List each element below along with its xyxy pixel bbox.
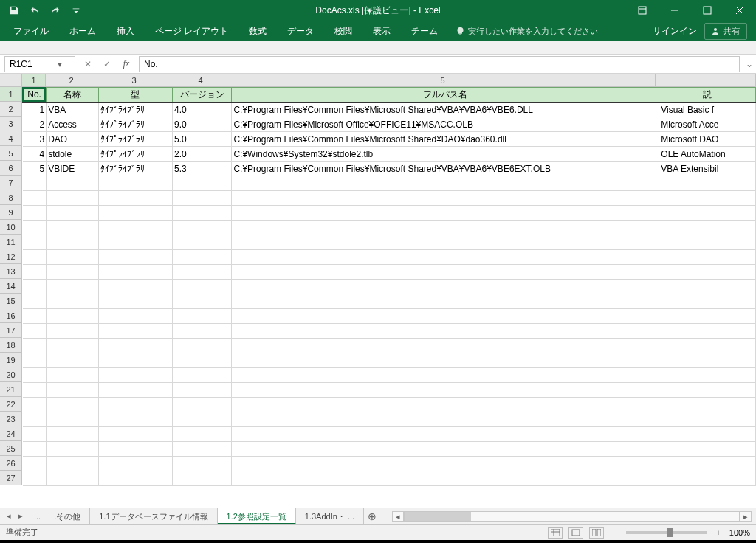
- cell[interactable]: [47, 250, 98, 265]
- cell[interactable]: 9.0: [173, 117, 232, 132]
- cell[interactable]: DAO: [47, 132, 98, 147]
- column-header[interactable]: [656, 74, 756, 86]
- cell[interactable]: [98, 398, 173, 412]
- row-header[interactable]: 8: [0, 190, 22, 205]
- redo-icon[interactable]: [46, 1, 65, 19]
- row-header[interactable]: 16: [0, 308, 22, 323]
- row-header[interactable]: 5: [0, 146, 22, 161]
- cell[interactable]: [173, 206, 232, 221]
- cell[interactable]: [23, 206, 47, 221]
- sheet-nav-next-icon[interactable]: ▸: [15, 511, 27, 521]
- cell[interactable]: [173, 427, 232, 442]
- cell[interactable]: [232, 353, 659, 368]
- formula-bar-expand-icon[interactable]: ⌄: [743, 59, 756, 69]
- cell[interactable]: [98, 309, 173, 324]
- cell[interactable]: [98, 294, 173, 309]
- cell[interactable]: [47, 324, 98, 339]
- cell[interactable]: [173, 412, 232, 427]
- new-sheet-button[interactable]: ⊕: [364, 511, 380, 522]
- cell[interactable]: [173, 176, 232, 191]
- cell[interactable]: [173, 309, 232, 324]
- insert-function-icon[interactable]: fx: [117, 56, 136, 72]
- row-header[interactable]: 19: [0, 353, 22, 367]
- cell[interactable]: [232, 265, 659, 280]
- sheet-tab[interactable]: 1.3AddIn・ ...: [296, 508, 364, 525]
- row-header[interactable]: 17: [0, 323, 22, 338]
- cell[interactable]: フルパス名: [232, 88, 659, 103]
- cell[interactable]: [173, 457, 232, 471]
- cell[interactable]: [47, 383, 98, 398]
- cell[interactable]: 4.0: [173, 103, 232, 117]
- row-header[interactable]: 11: [0, 235, 22, 249]
- cell[interactable]: [173, 368, 232, 383]
- cell[interactable]: [23, 191, 47, 206]
- cell[interactable]: [659, 368, 756, 383]
- cell[interactable]: [23, 339, 47, 353]
- horizontal-scrollbar[interactable]: ◂ ▸: [392, 511, 752, 522]
- cell[interactable]: [98, 250, 173, 265]
- row-header[interactable]: 15: [0, 294, 22, 308]
- cell[interactable]: [173, 221, 232, 235]
- cell[interactable]: [23, 353, 47, 368]
- cell[interactable]: [23, 368, 47, 383]
- cell[interactable]: [98, 427, 173, 442]
- cell[interactable]: [173, 294, 232, 309]
- tab-insert[interactable]: 挿入: [106, 21, 145, 41]
- cell[interactable]: [23, 412, 47, 427]
- cell[interactable]: [232, 309, 659, 324]
- row-header[interactable]: 7: [0, 176, 22, 190]
- zoom-slider[interactable]: [626, 531, 707, 534]
- cell[interactable]: [659, 294, 756, 309]
- row-header[interactable]: 24: [0, 426, 22, 441]
- qat-customize-icon[interactable]: [66, 1, 86, 19]
- cell[interactable]: [173, 471, 232, 486]
- cell[interactable]: [659, 339, 756, 353]
- cell[interactable]: [659, 412, 756, 427]
- cell[interactable]: [659, 235, 756, 250]
- tab-review[interactable]: 校閲: [324, 21, 362, 41]
- cell[interactable]: [659, 309, 756, 324]
- cell[interactable]: [47, 471, 98, 486]
- cell[interactable]: [47, 339, 98, 353]
- cell[interactable]: [23, 221, 47, 235]
- tab-team[interactable]: チーム: [401, 21, 448, 41]
- sheet-tabs-overflow-left[interactable]: ...: [30, 512, 45, 521]
- share-button[interactable]: 共有: [704, 23, 747, 40]
- cell[interactable]: Visual Basic f: [659, 103, 756, 117]
- column-header[interactable]: 1: [22, 74, 46, 86]
- cell[interactable]: [659, 383, 756, 398]
- cell[interactable]: Microsoft DAO: [659, 132, 756, 147]
- cell[interactable]: [98, 221, 173, 235]
- name-box-dropdown-icon[interactable]: ▾: [40, 59, 75, 69]
- name-box[interactable]: R1C1 ▾: [4, 56, 75, 72]
- cell[interactable]: [173, 398, 232, 412]
- cell[interactable]: [173, 280, 232, 294]
- row-header[interactable]: 18: [0, 338, 22, 353]
- cell[interactable]: VBIDE: [47, 162, 98, 176]
- enter-formula-icon[interactable]: ✓: [97, 56, 117, 72]
- row-header[interactable]: 3: [0, 117, 22, 131]
- cell[interactable]: [232, 383, 659, 398]
- column-header[interactable]: 4: [171, 74, 230, 86]
- cell[interactable]: [47, 309, 98, 324]
- cell[interactable]: [232, 339, 659, 353]
- row-header[interactable]: 10: [0, 220, 22, 235]
- cell[interactable]: [232, 191, 659, 206]
- cell[interactable]: [23, 176, 47, 191]
- column-header[interactable]: 3: [97, 74, 171, 86]
- cell[interactable]: [232, 176, 659, 191]
- minimize-icon[interactable]: [659, 0, 691, 21]
- cell[interactable]: [98, 353, 173, 368]
- cell[interactable]: [232, 471, 659, 486]
- cell[interactable]: [659, 250, 756, 265]
- cell[interactable]: C:¥Program Files¥Microsoft Office¥OFFICE…: [232, 117, 659, 132]
- cell[interactable]: C:¥Program Files¥Common Files¥Microsoft …: [232, 162, 659, 176]
- cell[interactable]: [47, 176, 98, 191]
- sheet-tab[interactable]: 1.2参照設定一覧: [218, 508, 296, 525]
- cell[interactable]: [173, 235, 232, 250]
- cell[interactable]: [98, 471, 173, 486]
- cell[interactable]: OLE AutoMation: [659, 147, 756, 162]
- sheet-tab[interactable]: 1.1データベースファイル情報: [90, 508, 217, 525]
- zoom-slider-knob[interactable]: [667, 528, 673, 537]
- cell[interactable]: 3: [23, 132, 47, 147]
